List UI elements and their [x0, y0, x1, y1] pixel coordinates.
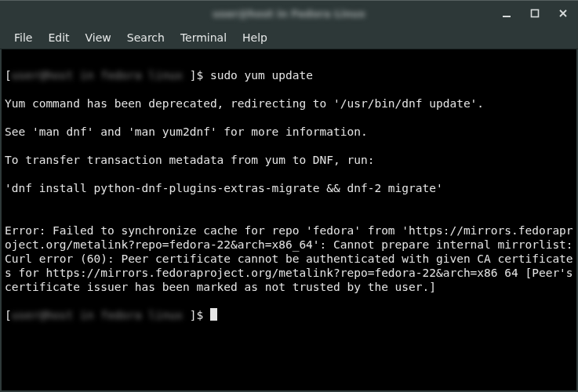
- prompt-open: [: [5, 309, 12, 321]
- svg-rect-1: [532, 10, 539, 17]
- output-line: To transfer transaction metadata from yu…: [5, 153, 573, 167]
- close-button[interactable]: [553, 3, 573, 24]
- minimize-button[interactable]: [496, 3, 517, 24]
- output-line: Error: Failed to synchronize cache for r…: [5, 223, 573, 294]
- cursor-block: [210, 308, 217, 321]
- command-text: sudo yum update: [210, 69, 313, 82]
- menu-edit[interactable]: Edit: [40, 28, 77, 47]
- menu-help[interactable]: Help: [234, 28, 275, 47]
- prompt-open: [: [5, 69, 12, 82]
- prompt-line-2: [user@host in fedora linux ]$: [5, 308, 573, 322]
- maximize-icon: [530, 9, 540, 18]
- output-line: Yum command has been deprecated, redirec…: [5, 96, 573, 111]
- window-controls: [496, 1, 573, 26]
- prompt-line-1: [user@host in fedora linux ]$ sudo yum u…: [5, 68, 573, 82]
- titlebar: user@host in Fedora Linux: [0, 0, 578, 26]
- prompt-userhost: user@host in fedora linux: [12, 308, 190, 322]
- menu-search[interactable]: Search: [119, 28, 173, 47]
- menu-file[interactable]: File: [6, 28, 40, 47]
- prompt-close: ]$: [190, 309, 210, 321]
- minimize-icon: [502, 9, 511, 18]
- svg-rect-0: [503, 16, 511, 17]
- output-line: 'dnf install python-dnf-plugins-extras-m…: [5, 181, 573, 195]
- terminal-area[interactable]: [user@host in fedora linux ]$ sudo yum u…: [2, 49, 576, 390]
- maximize-button[interactable]: [525, 3, 545, 24]
- window-title: user@host in Fedora Linux: [213, 8, 365, 20]
- prompt-close: ]$: [190, 69, 210, 82]
- output-line: See 'man dnf' and 'man yum2dnf' for more…: [5, 125, 573, 139]
- menu-terminal[interactable]: Terminal: [173, 28, 234, 47]
- prompt-userhost: user@host in fedora linux: [12, 68, 190, 82]
- menubar: File Edit View Search Terminal Help: [0, 26, 578, 49]
- menu-view[interactable]: View: [78, 28, 119, 47]
- close-icon: [558, 9, 568, 18]
